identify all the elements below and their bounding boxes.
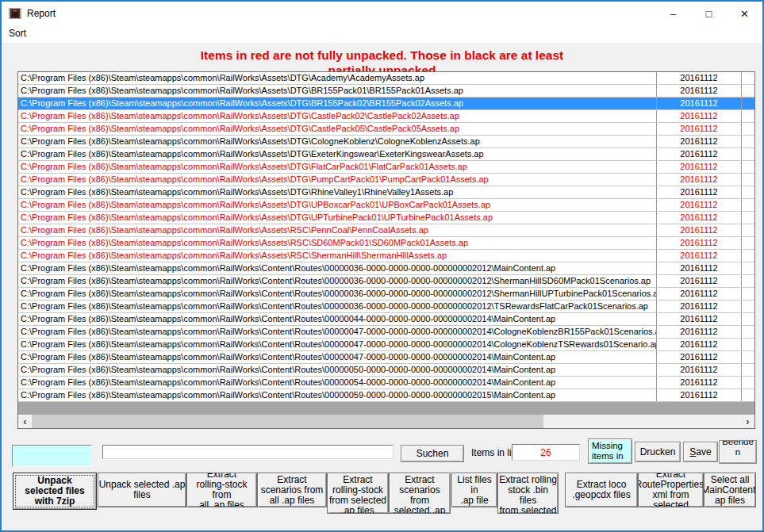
file-date-cell: 20161112 bbox=[656, 174, 742, 186]
list-item[interactable]: C:\Program Files (x86)\Steam\steamapps\c… bbox=[18, 98, 754, 110]
save-button[interactable]: Save bbox=[683, 442, 718, 462]
file-path-cell: C:\Program Files (x86)\Steam\steamapps\c… bbox=[18, 212, 656, 224]
maximize-button[interactable]: □ bbox=[691, 2, 727, 25]
file-date-cell: 20161112 bbox=[656, 136, 742, 147]
missing-items-button[interactable]: Missing items in bbox=[588, 438, 632, 464]
list-item[interactable]: C:\Program Files (x86)\Steam\steamapps\c… bbox=[18, 262, 754, 275]
extract-rollingstock-all-button[interactable]: Extract rolling-stock from all .ap files bbox=[186, 473, 257, 507]
list-item[interactable]: C:\Program Files (x86)\Steam\steamapps\c… bbox=[18, 364, 754, 377]
file-path-cell: C:\Program Files (x86)\Steam\steamapps\c… bbox=[18, 72, 656, 84]
list-item[interactable]: C:\Program Files (x86)\Steam\steamapps\c… bbox=[18, 199, 754, 212]
file-date-cell: 20161112 bbox=[656, 313, 742, 325]
file-date-cell: 20161112 bbox=[656, 186, 742, 198]
menubar: Sort bbox=[2, 25, 762, 43]
print-button[interactable]: Drucken bbox=[635, 442, 681, 462]
file-date-cell: 20161112 bbox=[656, 224, 742, 236]
list-item[interactable]: C:\Program Files (x86)\Steam\steamapps\c… bbox=[18, 389, 754, 402]
minimize-button[interactable]: – bbox=[655, 2, 691, 25]
file-date-cell: 20161112 bbox=[656, 364, 742, 376]
empty-cell bbox=[742, 161, 754, 173]
search-button[interactable]: Suchen bbox=[401, 445, 464, 462]
extract-routeproperties-button[interactable]: Extract RouteProperties. xml from select… bbox=[638, 473, 704, 507]
scroll-left-button[interactable]: ‹ bbox=[18, 415, 32, 428]
file-date-cell: 20161112 bbox=[656, 250, 742, 262]
list-item[interactable]: C:\Program Files (x86)\Steam\steamapps\c… bbox=[18, 313, 754, 326]
list-item[interactable]: C:\Program Files (x86)\Steam\steamapps\c… bbox=[18, 224, 754, 237]
app-icon bbox=[9, 7, 21, 20]
list-item[interactable]: C:\Program Files (x86)\Steam\steamapps\c… bbox=[18, 237, 754, 250]
status-panel bbox=[12, 445, 92, 467]
close-button[interactable]: ✕ bbox=[727, 2, 762, 25]
empty-cell bbox=[742, 212, 754, 224]
extract-rollingstock-sel-button[interactable]: Extract rolling-stock from selected .ap … bbox=[327, 473, 389, 514]
empty-cell bbox=[742, 389, 754, 401]
file-date-cell: 20161112 bbox=[656, 262, 742, 274]
file-date-cell: 20161112 bbox=[656, 72, 742, 84]
list-item[interactable]: C:\Program Files (x86)\Steam\steamapps\c… bbox=[18, 85, 754, 98]
file-path-cell: C:\Program Files (x86)\Steam\steamapps\c… bbox=[18, 250, 656, 262]
file-date-cell: 20161112 bbox=[656, 148, 742, 160]
file-path-cell: C:\Program Files (x86)\Steam\steamapps\c… bbox=[18, 98, 656, 109]
empty-cell bbox=[742, 148, 754, 160]
window-controls: – □ ✕ bbox=[655, 2, 762, 25]
search-input[interactable] bbox=[102, 445, 394, 459]
list-item[interactable]: C:\Program Files (x86)\Steam\steamapps\c… bbox=[18, 351, 754, 364]
file-list[interactable]: C:\Program Files (x86)\Steam\steamapps\c… bbox=[17, 71, 755, 429]
file-path-cell: C:\Program Files (x86)\Steam\steamapps\c… bbox=[18, 199, 656, 211]
unpack-selected-ap-button[interactable]: Unpack selected .ap files bbox=[98, 473, 186, 507]
empty-cell bbox=[742, 364, 754, 376]
empty-cell bbox=[742, 72, 754, 84]
list-item[interactable]: C:\Program Files (x86)\Steam\steamapps\c… bbox=[18, 123, 754, 136]
file-date-cell: 20161112 bbox=[656, 85, 742, 97]
empty-cell bbox=[742, 110, 754, 122]
list-item[interactable]: C:\Program Files (x86)\Steam\steamapps\c… bbox=[18, 161, 754, 174]
window-title: Report bbox=[27, 8, 56, 19]
unpack-7zip-button[interactable]: Unpack selected files with 7zip bbox=[13, 473, 97, 510]
h-scrollbar[interactable]: ‹ › bbox=[18, 415, 754, 428]
list-item[interactable]: C:\Program Files (x86)\Steam\steamapps\c… bbox=[18, 377, 754, 389]
list-item[interactable]: C:\Program Files (x86)\Steam\steamapps\c… bbox=[18, 339, 754, 351]
list-item[interactable]: C:\Program Files (x86)\Steam\steamapps\c… bbox=[18, 250, 754, 262]
empty-cell bbox=[742, 339, 754, 350]
list-item[interactable]: C:\Program Files (x86)\Steam\steamapps\c… bbox=[18, 275, 754, 288]
list-item[interactable]: C:\Program Files (x86)\Steam\steamapps\c… bbox=[18, 300, 754, 313]
titlebar: Report – □ ✕ bbox=[2, 2, 762, 25]
file-date-cell: 20161112 bbox=[656, 339, 742, 350]
list-item[interactable]: C:\Program Files (x86)\Steam\steamapps\c… bbox=[18, 174, 754, 186]
empty-cell bbox=[742, 313, 754, 325]
empty-cell bbox=[742, 351, 754, 363]
list-item[interactable]: C:\Program Files (x86)\Steam\steamapps\c… bbox=[18, 288, 754, 300]
list-item[interactable]: C:\Program Files (x86)\Steam\steamapps\c… bbox=[18, 72, 754, 85]
file-date-cell: 20161112 bbox=[656, 98, 742, 109]
empty-cell bbox=[742, 275, 754, 287]
file-date-cell: 20161112 bbox=[656, 237, 742, 249]
list-item[interactable]: C:\Program Files (x86)\Steam\steamapps\c… bbox=[18, 110, 754, 123]
scroll-right-button[interactable]: › bbox=[741, 415, 754, 428]
extract-geopcdx-button[interactable]: Extract loco .geopcdx files bbox=[565, 473, 638, 507]
file-date-cell: 20161112 bbox=[656, 389, 742, 401]
extract-scenarios-sel-button[interactable]: Extract scenarios from selected .ap file… bbox=[389, 473, 451, 514]
list-item[interactable]: C:\Program Files (x86)\Steam\steamapps\c… bbox=[18, 212, 754, 224]
empty-cell bbox=[742, 199, 754, 211]
file-date-cell: 20161112 bbox=[656, 288, 742, 300]
file-path-cell: C:\Program Files (x86)\Steam\steamapps\c… bbox=[18, 339, 656, 350]
menu-sort[interactable]: Sort bbox=[2, 25, 33, 39]
scroll-thumb[interactable] bbox=[32, 415, 543, 428]
file-path-cell: C:\Program Files (x86)\Steam\steamapps\c… bbox=[18, 288, 656, 300]
quit-button[interactable]: Beenden bbox=[719, 440, 757, 464]
list-item[interactable]: C:\Program Files (x86)\Steam\steamapps\c… bbox=[18, 148, 754, 161]
file-date-cell: 20161112 bbox=[656, 161, 742, 173]
list-item[interactable]: C:\Program Files (x86)\Steam\steamapps\c… bbox=[18, 186, 754, 199]
extract-scenarios-all-button[interactable]: Extract scenarios from all .ap files bbox=[257, 473, 327, 507]
empty-cell bbox=[742, 98, 754, 109]
report-window: Report – □ ✕ Sort Items in red are not f… bbox=[0, 0, 764, 532]
file-path-cell: C:\Program Files (x86)\Steam\steamapps\c… bbox=[18, 85, 656, 97]
warning-line1: Items in red are not fully unpacked. Tho… bbox=[2, 48, 762, 63]
list-item[interactable]: C:\Program Files (x86)\Steam\steamapps\c… bbox=[18, 326, 754, 339]
list-item[interactable]: C:\Program Files (x86)\Steam\steamapps\c… bbox=[18, 136, 754, 148]
list-files-button[interactable]: List files in .ap file bbox=[451, 473, 497, 507]
file-path-cell: C:\Program Files (x86)\Steam\steamapps\c… bbox=[18, 110, 656, 122]
extract-bin-files-button[interactable]: Extract rolling stock .bin files from se… bbox=[497, 473, 559, 514]
select-all-maincontent-button[interactable]: Select all MainContent. ap files bbox=[704, 473, 756, 507]
file-list-rows: C:\Program Files (x86)\Steam\steamapps\c… bbox=[18, 72, 754, 402]
